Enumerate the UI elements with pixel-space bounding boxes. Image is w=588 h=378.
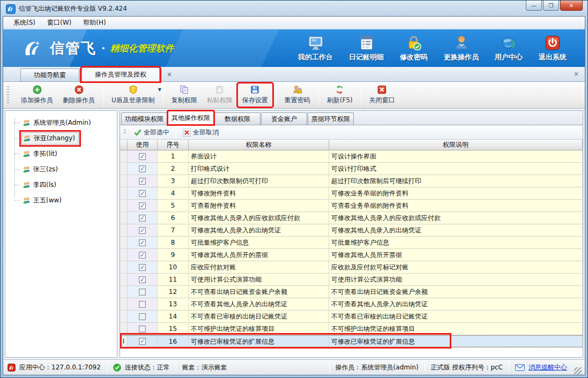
tab-other-permissions[interactable]: 其他操作权限 [168, 111, 214, 125]
tab-bill-permissions[interactable]: 票据环节权限 [308, 112, 354, 125]
text-cursor: I [120, 336, 128, 347]
user-lock-icon [293, 85, 302, 94]
banner-action-journal[interactable]: 日记账明细 [349, 35, 384, 62]
header-name[interactable]: 权限名称 [189, 140, 329, 150]
table-row[interactable]: ✓8可批量维护客户信息可批量维护客户信息 [120, 237, 583, 249]
brand-slogan: 精细化管理软件 [110, 42, 174, 55]
add-operator-button[interactable]: 添加操作员 [16, 83, 58, 107]
tab-close-icon[interactable]: × [165, 71, 174, 79]
table-row[interactable]: 14不可查看已审核的出纳日记账凭证不可查看已审核的出纳日记账凭证 [120, 311, 583, 323]
banner-action-exit[interactable]: 退出系统 [539, 35, 567, 62]
delete-operator-button[interactable]: 删除操作员 [58, 83, 100, 107]
table-row[interactable]: ✓9可修改其他人员所开的票据可修改其他人员所开票据 [120, 249, 583, 261]
row-checkbox[interactable] [139, 301, 146, 308]
ukey-login-limit-button[interactable]: U盾及登录限制 ▼ [107, 83, 160, 107]
toolbar-button-label: 删除操作员 [63, 96, 95, 105]
banner-action-user-center[interactable]: 用户中心 [495, 35, 523, 62]
select-all-label: 全部选中 [144, 128, 169, 137]
copy-icon [180, 85, 189, 94]
table-row[interactable]: ✓11可使用计算公式演算功能可使用计算公式演算功能 [120, 274, 583, 286]
row-checkbox[interactable]: ✓ [139, 264, 146, 271]
banner-action-workbench[interactable]: 我的工作台 [298, 35, 333, 62]
row-checkbox[interactable]: ✓ [139, 153, 146, 160]
tab-data-permissions[interactable]: 数据权限 [214, 112, 260, 125]
row-checkbox[interactable] [139, 326, 146, 332]
table-row[interactable]: ✓7可修改其他人员录入的出纳凭证可修改其他人员录入的出纳凭证 [120, 224, 583, 237]
tree-item-label: 王五(ww) [33, 196, 62, 205]
row-checkbox[interactable]: ✓ [139, 202, 146, 209]
app-window: 信管飞出纳记账软件专业版 V9.2.424 — ❐ ✕ 系统(S) 窗口(W) … [0, 0, 588, 378]
table-row[interactable]: ✓5可查看附件资料可查看业务单据的附件资料 [120, 200, 583, 212]
statusbar-separator [425, 363, 425, 372]
tabstrip-close-icon[interactable]: × [572, 70, 580, 79]
table-row[interactable]: 13不可查看其他人员录入的出纳凭证不可查看其他人员录入的出纳凭证 [120, 298, 583, 311]
menu-window[interactable]: 窗口(W) [41, 17, 77, 29]
menu-help[interactable]: 帮助(H) [77, 17, 111, 29]
paste-icon [215, 85, 224, 94]
content-area: 系统管理员(Admin) 张亚(zhangy) 李拓(lit) 张三(zs) 李… [3, 109, 585, 359]
tab-operator-management[interactable]: 操作员管理及授权 [81, 67, 160, 81]
banner-action-change-password[interactable]: 修改密码 [400, 35, 428, 62]
row-checkbox[interactable] [139, 289, 146, 296]
tree-item-zhangsan[interactable]: 张三(zs) [5, 162, 117, 177]
header-use[interactable]: 使用 [128, 140, 158, 150]
toolbar-button-label: 刷新(F5) [327, 96, 353, 105]
tree-item-zhangya[interactable]: 张亚(zhangy) [5, 131, 117, 146]
cancel-all-button[interactable]: 全部取消 [181, 127, 221, 138]
tree-item-lituo[interactable]: 李拓(lit) [5, 146, 117, 162]
close-button[interactable]: ✕ [560, 1, 583, 11]
row-checkbox[interactable]: ✓ [139, 338, 146, 345]
paste-permissions-button[interactable]: 粘贴权限 [202, 83, 237, 107]
brand-logo: 信管飞 · 精细化管理软件 [21, 36, 174, 60]
dropdown-caret-icon[interactable]: ▼ [158, 87, 161, 92]
tree-item-label: 张三(zs) [33, 165, 58, 174]
users-icon [23, 119, 31, 127]
header-desc[interactable]: 权限说明 [329, 140, 583, 150]
tree-item-wangwu[interactable]: 王五(ww) [5, 193, 117, 208]
tree-item-label: 李四(ls) [33, 180, 56, 190]
row-checkbox[interactable]: ✓ [139, 227, 146, 234]
table-row-selected[interactable]: I✓16可修改已审核凭证的扩展信息可修改已审核凭证的扩展信息 [120, 335, 583, 347]
delete-circle-icon [75, 85, 84, 94]
table-row[interactable]: ✓10应收应付款对账应收款及应付款可标记对账 [120, 261, 583, 274]
shield-icon [129, 85, 138, 94]
statusbar-separator [329, 363, 330, 372]
close-window-button[interactable]: 关闭窗口 [364, 83, 400, 107]
tab-module-permissions[interactable]: 功能模块权限 [121, 112, 167, 125]
row-checkbox[interactable]: ✓ [139, 276, 146, 283]
banner-action-switch-operator[interactable]: 更换操作员 [444, 35, 479, 62]
table-row[interactable]: ✓1界面设计可设计操作界面 [120, 150, 583, 163]
menu-system[interactable]: 系统(S) [8, 17, 41, 29]
table-row[interactable]: 12不可查看出纳日记账资金账户余额不可查看出纳日记账资金账户余额 [120, 286, 583, 298]
toolbar: 添加操作员 删除操作员 U盾及登录限制 ▼ 复制权限 粘贴权限 [3, 82, 585, 109]
resize-grip[interactable] [574, 367, 582, 375]
tab-function-nav[interactable]: 功能导航窗 [20, 69, 79, 81]
header-no[interactable]: 序号 [158, 140, 189, 150]
row-checkbox[interactable]: ✓ [139, 165, 146, 172]
minimize-button[interactable]: — [526, 1, 542, 11]
table-row[interactable]: ✓3超过打印次数限制仍可打印超过打印次数限制后可继续打印 [120, 175, 583, 187]
select-all-button[interactable]: 全部选中 [132, 127, 172, 138]
maximize-button[interactable]: ❐ [543, 1, 559, 11]
row-checkbox[interactable] [139, 313, 146, 320]
table-row[interactable]: 15不可维护出纳凭证的核算项目不可维护出纳凭证的核算项目 [120, 323, 583, 335]
table-row[interactable]: ✓6可修改其他人员录入的应收款或应付款可修改其他人员录入的应收款或应付款 [120, 212, 583, 224]
row-checkbox[interactable]: ✓ [139, 178, 146, 185]
tab-fund-accounts[interactable]: 资金账户 [261, 112, 307, 125]
row-checkbox[interactable]: ✓ [139, 215, 146, 222]
reset-password-button[interactable]: 重置密码 [280, 83, 315, 107]
banner-action-label: 我的工作台 [298, 52, 333, 62]
row-checkbox[interactable]: ✓ [139, 252, 146, 259]
table-row[interactable]: ✓2打印格式设计可设计打印格式 [120, 163, 583, 175]
save-icon [250, 85, 259, 94]
copy-permissions-button[interactable]: 复制权限 [167, 83, 202, 107]
save-settings-button[interactable]: 保存设置 [237, 83, 273, 107]
message-center-link[interactable]: 消息提醒中心 [529, 363, 567, 372]
tree-item-lisi[interactable]: 李四(ls) [5, 177, 117, 193]
refresh-button[interactable]: 刷新(F5) [322, 83, 358, 107]
row-checkbox[interactable]: ✓ [139, 239, 146, 246]
row-checkbox[interactable]: ✓ [139, 190, 146, 197]
users-icon [23, 150, 31, 158]
table-row[interactable]: ✓4可修改附件资料可修改业务单据的附件资料 [120, 187, 583, 200]
tree-item-admin[interactable]: 系统管理员(Admin) [5, 115, 117, 131]
